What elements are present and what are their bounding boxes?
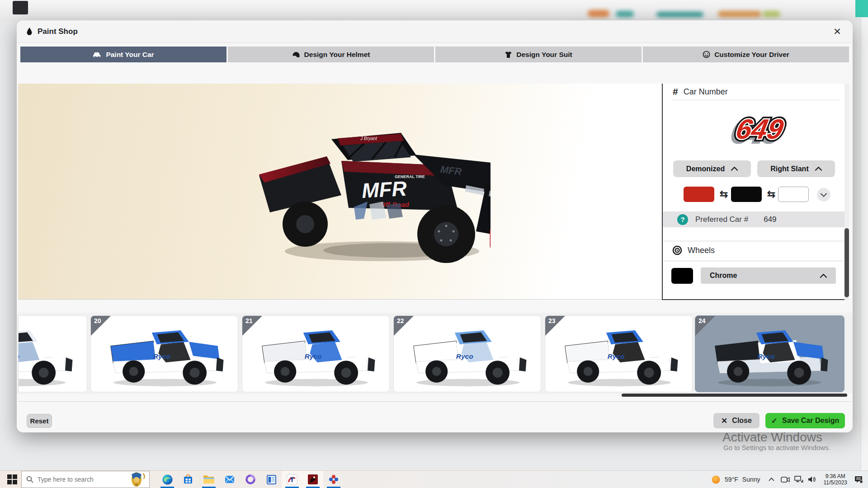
thumbnail-number: 21 [245, 317, 253, 324]
panel-scrollbar-thumb[interactable] [844, 228, 849, 297]
number-slant-dropdown[interactable]: Right Slant [757, 160, 835, 177]
preferred-car-number-row: ? Preferred Car # 649 [663, 211, 845, 227]
chevron-up-icon [820, 274, 827, 278]
network-icon[interactable] [793, 471, 805, 488]
hash-icon: # [673, 86, 678, 97]
thumbnail-number: 20 [94, 317, 101, 324]
paint-shop-dialog: Paint Shop ✕ Paint Your Car Design Your … [17, 20, 853, 432]
helmet-icon [292, 51, 300, 58]
thumbnail-scrollbar[interactable] [622, 394, 847, 397]
windows-logo-icon [7, 474, 17, 484]
car-number-panel: # Car Number 649 649 649 649 Demonized [662, 84, 849, 300]
design-thumbnail-24-selected[interactable]: 24 [695, 315, 844, 392]
background-blob [762, 11, 780, 17]
design-thumbnail[interactable] [18, 315, 87, 392]
background-blob [616, 11, 634, 17]
check-icon: ✓ [771, 416, 778, 426]
weather-widget[interactable]: 59°F Sunny [708, 475, 764, 484]
tab-label: Design Your Suit [516, 51, 572, 59]
number-color-secondary[interactable] [731, 187, 762, 202]
windshield-driver-name: J Bryant [360, 136, 377, 141]
art-app-icon[interactable] [302, 471, 323, 488]
taskbar-clock[interactable]: 9:36 AM 11/5/2023 [820, 473, 851, 486]
app-window-icon[interactable] [261, 471, 282, 488]
background-page-strip [0, 0, 868, 21]
taskbar-app-icons [157, 471, 344, 488]
close-icon[interactable]: ✕ [831, 25, 844, 38]
divider [18, 401, 851, 402]
notification-center-icon[interactable] [853, 471, 864, 488]
weather-desc: Sunny [742, 476, 760, 483]
swap-colors-icon[interactable]: ⇆ [765, 188, 777, 201]
side-logo-decal: MFR [361, 177, 407, 202]
background-dark-block [13, 1, 28, 14]
background-teal-block [855, 0, 868, 17]
car-3d-preview[interactable]: J Bryant GENERAL TIRE MFR Off-Road MFR [18, 84, 662, 300]
close-button-label: Close [732, 417, 752, 425]
wheels-header: Wheels [672, 245, 715, 255]
tab-label: Design Your Helmet [304, 51, 370, 59]
design-thumbnail-20[interactable]: 20 [90, 315, 238, 392]
microsoft-store-icon[interactable] [178, 471, 198, 488]
number-color-primary[interactable] [684, 187, 714, 202]
browser-scrollbar[interactable] [861, 17, 868, 470]
driver-face-icon [703, 51, 710, 58]
number-font-dropdown[interactable]: Demonized [673, 160, 751, 177]
design-thumbnail-21[interactable]: 21 [242, 315, 390, 392]
close-button[interactable]: ✕ Close [713, 413, 760, 428]
start-button[interactable] [4, 471, 20, 488]
design-thumbnail-22[interactable]: 22 [393, 315, 541, 392]
wheel-color-swatch[interactable] [671, 268, 693, 284]
car-number-title: Car Number [684, 87, 728, 97]
tab-customize-your-driver[interactable]: Customize Your Driver [643, 47, 849, 62]
panel-scrollbar-track[interactable] [844, 84, 849, 300]
truck-render: J Bryant GENERAL TIRE MFR Off-Road MFR [251, 117, 491, 267]
wheel-target-icon [672, 245, 682, 255]
swap-colors-icon[interactable]: ⇆ [718, 188, 730, 201]
chevron-up-icon [731, 167, 738, 171]
help-icon[interactable]: ? [677, 214, 688, 225]
car-icon [93, 51, 102, 58]
pharaoh-highlight-icon[interactable] [125, 472, 148, 487]
tab-paint-your-car[interactable]: Paint Your Car [20, 47, 226, 62]
wheel-finish-dropdown[interactable]: Chrome [701, 267, 836, 284]
wheel-finish-value: Chrome [710, 272, 737, 280]
preferred-car-value[interactable]: 649 [764, 215, 776, 224]
file-explorer-icon[interactable] [198, 471, 219, 488]
puzzle-app-icon[interactable] [323, 471, 344, 488]
car-number-header: # Car Number [673, 86, 728, 97]
tab-design-your-helmet[interactable]: Design Your Helmet [228, 47, 434, 62]
thumbnail-number: 23 [548, 317, 556, 324]
office-icon[interactable] [240, 471, 261, 488]
background-blob [656, 12, 703, 17]
search-icon [26, 476, 33, 483]
design-thumbnail-23[interactable]: 23 [545, 315, 693, 392]
ymca-app-icon[interactable] [282, 471, 302, 488]
divider [672, 100, 841, 100]
paint-drop-icon [26, 27, 33, 36]
weather-temp: 59°F [725, 476, 738, 483]
thumbnail-number: 22 [397, 317, 404, 324]
svg-text:649: 649 [733, 113, 786, 145]
background-blob [718, 11, 761, 17]
clock-time: 9:36 AM [824, 473, 848, 479]
save-button-label: Save Car Design [782, 417, 839, 425]
volume-icon[interactable] [807, 471, 818, 488]
expand-colors-button[interactable] [817, 188, 830, 202]
save-car-design-button[interactable]: ✓ Save Car Design [765, 413, 845, 428]
chevron-down-icon [821, 193, 827, 197]
search-input[interactable] [38, 476, 114, 483]
taskbar-search[interactable] [21, 471, 150, 488]
tab-design-your-suit[interactable]: Design Your Suit [435, 47, 642, 62]
edge-browser-icon[interactable] [157, 471, 178, 488]
clock-date: 11/5/2023 [824, 479, 848, 486]
meet-now-icon[interactable] [779, 471, 791, 488]
number-color-tertiary[interactable] [778, 187, 809, 202]
tray-chevron-up-icon[interactable] [766, 471, 778, 488]
reset-button[interactable]: Reset [27, 414, 52, 428]
number-slant-value: Right Slant [770, 165, 808, 173]
preferred-car-label: Preferred Car # [695, 215, 748, 224]
mail-icon[interactable] [219, 471, 240, 488]
windows-taskbar: 59°F Sunny [0, 470, 868, 488]
chevron-up-icon [815, 167, 822, 171]
